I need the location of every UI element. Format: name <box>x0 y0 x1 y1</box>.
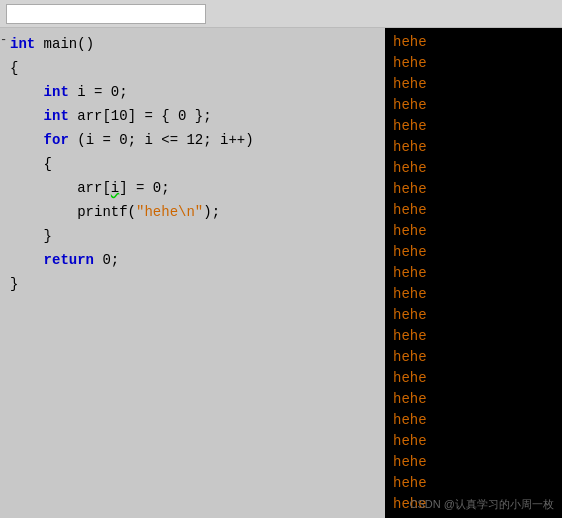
line-content: } <box>10 225 385 247</box>
code-line: int i = 0; <box>0 80 385 104</box>
token: return <box>44 252 94 268</box>
line-marker: - <box>0 33 10 47</box>
token <box>10 108 44 124</box>
output-line: hehe <box>393 389 554 410</box>
line-content: { <box>10 57 385 79</box>
line-content: int arr[10] = { 0 }; <box>10 105 385 127</box>
code-line: } <box>0 224 385 248</box>
token: int <box>44 108 69 124</box>
token: int <box>44 84 69 100</box>
output-line: hehe <box>393 284 554 305</box>
token: ] = 0; <box>119 180 169 196</box>
output-line: hehe <box>393 158 554 179</box>
output-line: hehe <box>393 263 554 284</box>
token <box>10 132 44 148</box>
output-line: hehe <box>393 410 554 431</box>
token: } <box>10 228 52 244</box>
output-line: hehe <box>393 53 554 74</box>
output-line: hehe <box>393 242 554 263</box>
code-line: arr[i] = 0; <box>0 176 385 200</box>
code-panel: -int main(){ int i = 0; int arr[10] = { … <box>0 28 385 518</box>
line-content: arr[i] = 0; <box>10 177 385 199</box>
token: for <box>44 132 69 148</box>
output-line: hehe <box>393 305 554 326</box>
code-line: return 0; <box>0 248 385 272</box>
line-content: } <box>10 273 385 295</box>
output-line: hehe <box>393 137 554 158</box>
token: i = 0; <box>69 84 128 100</box>
line-content: printf("hehe\n"); <box>10 201 385 223</box>
output-line: hehe <box>393 200 554 221</box>
output-line: hehe <box>393 452 554 473</box>
line-content: return 0; <box>10 249 385 271</box>
line-content: int main() <box>10 33 385 55</box>
token: printf( <box>10 204 136 220</box>
code-line: -int main() <box>0 32 385 56</box>
output-line: hehe <box>393 74 554 95</box>
main-area: -int main(){ int i = 0; int arr[10] = { … <box>0 28 562 518</box>
token: "hehe\n" <box>136 204 203 220</box>
token: { <box>10 156 52 172</box>
output-line: hehe <box>393 494 554 515</box>
token <box>10 84 44 100</box>
top-bar <box>0 0 562 28</box>
output-line: hehe <box>393 221 554 242</box>
token <box>10 252 44 268</box>
line-content: int i = 0; <box>10 81 385 103</box>
token: (i = 0; i <= 12; i++) <box>69 132 254 148</box>
code-line: } <box>0 272 385 296</box>
output-line: hehe <box>393 32 554 53</box>
code-line: for (i = 0; i <= 12; i++) <box>0 128 385 152</box>
search-input[interactable] <box>6 4 206 24</box>
line-content: { <box>10 153 385 175</box>
output-wrapper: hehehehehehehehehehehehehehehehehehehehe… <box>385 28 562 518</box>
output-line: hehe <box>393 431 554 452</box>
code-line: printf("hehe\n"); <box>0 200 385 224</box>
token: ); <box>203 204 220 220</box>
output-line: hehe <box>393 368 554 389</box>
output-line: hehe <box>393 326 554 347</box>
token: arr[ <box>10 180 111 196</box>
code-line: { <box>0 152 385 176</box>
code-line: int arr[10] = { 0 }; <box>0 104 385 128</box>
token: { <box>10 60 18 76</box>
output-line: hehe <box>393 179 554 200</box>
token: main() <box>35 36 94 52</box>
token: int <box>10 36 35 52</box>
token: arr[10] = { 0 }; <box>69 108 212 124</box>
token: 0; <box>94 252 119 268</box>
code-line: { <box>0 56 385 80</box>
output-line: hehe <box>393 473 554 494</box>
token: } <box>10 276 18 292</box>
token: i <box>111 180 119 196</box>
output-panel: hehehehehehehehehehehehehehehehehehehehe… <box>385 28 562 518</box>
output-line: hehe <box>393 116 554 137</box>
line-content: for (i = 0; i <= 12; i++) <box>10 129 385 151</box>
output-line: hehe <box>393 347 554 368</box>
output-line: hehe <box>393 95 554 116</box>
